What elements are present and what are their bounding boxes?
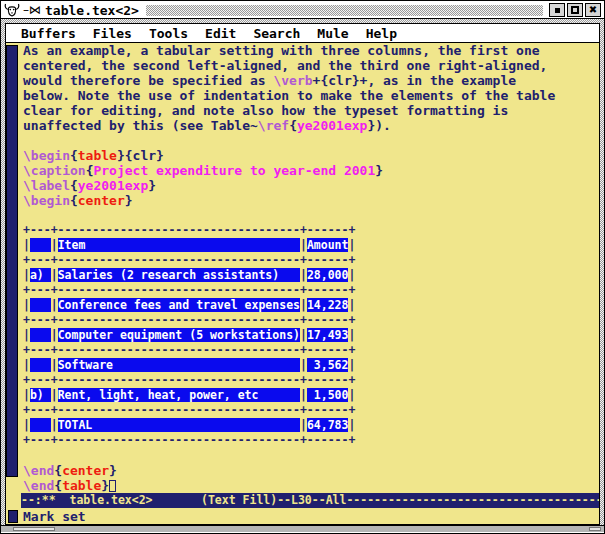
minibuffer-scrollbox bbox=[8, 510, 18, 523]
horizontal-scrollbar[interactable] bbox=[1, 525, 604, 532]
text-segment: \ref bbox=[258, 118, 289, 133]
editor-line bbox=[23, 133, 599, 148]
text-segment: { bbox=[70, 148, 78, 163]
close-button[interactable]: ✖ bbox=[585, 3, 601, 17]
table-cell: 14,228 bbox=[307, 298, 349, 312]
text-segment: | bbox=[51, 418, 58, 432]
editor-line: \label{ye2001exp} bbox=[23, 178, 599, 193]
table-cell bbox=[30, 358, 51, 372]
text-segment: +---+-----------------------------------… bbox=[23, 433, 355, 447]
table-cell: a) bbox=[30, 268, 51, 282]
text-segment: } bbox=[109, 463, 117, 478]
menu-item-files[interactable]: Files bbox=[93, 26, 132, 41]
editor-line: clear for editing, and note also how the… bbox=[23, 103, 599, 118]
menu-item-mule[interactable]: Mule bbox=[317, 26, 348, 41]
table-cell: Rent, light, heat, power, etc bbox=[58, 388, 300, 402]
text-segment: center bbox=[62, 463, 109, 478]
window-title: table.tex<2> bbox=[44, 3, 143, 18]
horizontal-scrollbar-thumb[interactable] bbox=[13, 527, 55, 531]
text-segment: table bbox=[78, 148, 117, 163]
text-segment: | bbox=[23, 238, 30, 252]
editor-line: below. Note the use of indentation to ma… bbox=[23, 88, 599, 103]
editor-lines[interactable]: As an example, a tabular setting with th… bbox=[21, 43, 599, 493]
text-segment: | bbox=[300, 328, 307, 342]
table-cell: Amount bbox=[307, 238, 349, 252]
text-segment: | bbox=[51, 328, 58, 342]
menu-item-search[interactable]: Search bbox=[253, 26, 300, 41]
close-icon: ✖ bbox=[589, 5, 597, 15]
editor-line: \end{center} bbox=[23, 463, 599, 478]
text-segment: | bbox=[51, 298, 58, 312]
editor-line: \begin{table}{clr} bbox=[23, 148, 599, 163]
table-cell: 17,493 bbox=[307, 328, 349, 342]
vertical-scrollbar[interactable] bbox=[6, 43, 21, 508]
editor-line: | |Computer equipment (5 workstations)|1… bbox=[23, 328, 599, 343]
text-segment: | bbox=[348, 238, 355, 252]
table-cell bbox=[30, 298, 51, 312]
text-segment: } bbox=[125, 193, 133, 208]
editor-line bbox=[23, 208, 599, 223]
editor-line: centered, the second left-aligned, and t… bbox=[23, 58, 599, 73]
editor-column: As an example, a tabular setting with th… bbox=[21, 43, 599, 508]
modeline-text: --:** table.tex<2> (Text Fill)--L30--All… bbox=[21, 493, 599, 507]
text-segment: \caption bbox=[23, 163, 86, 178]
text-segment: \begin bbox=[23, 148, 70, 163]
editor-line: unaffected by this (see Table~\ref{ye200… bbox=[23, 118, 599, 133]
text-segment: below. Note the use of indentation to ma… bbox=[23, 88, 555, 103]
menu-item-buffers[interactable]: Buffers bbox=[21, 26, 76, 41]
text-segment: | bbox=[23, 418, 30, 432]
text-segment: { bbox=[54, 463, 62, 478]
menu-item-edit[interactable]: Edit bbox=[205, 26, 236, 41]
text-segment: \end bbox=[23, 478, 54, 493]
text-segment: +{clr}+, as in the example bbox=[313, 73, 517, 88]
text-segment: | bbox=[348, 328, 355, 342]
text-segment: +---+-----------------------------------… bbox=[23, 403, 355, 417]
text-segment: | bbox=[300, 268, 307, 282]
minibuffer[interactable]: Mark set bbox=[6, 508, 599, 524]
editor-line: |a) |Salaries (2 research assistants) |2… bbox=[23, 268, 599, 283]
text-segment: \begin bbox=[23, 193, 70, 208]
gnu-icon bbox=[4, 3, 20, 18]
emacs-window: –⋈ table.tex<2> ✖ BuffersFilesToolsEditS… bbox=[0, 0, 605, 534]
text-segment: } bbox=[101, 478, 109, 493]
text-segment: centered, the second left-aligned, and t… bbox=[23, 58, 547, 73]
editor-line: +---+-----------------------------------… bbox=[23, 313, 599, 328]
titlebar-grip[interactable] bbox=[146, 5, 543, 16]
text-segment: | bbox=[348, 268, 355, 282]
modeline: --:** table.tex<2> (Text Fill)--L30--All… bbox=[21, 493, 599, 508]
text-segment: +---+-----------------------------------… bbox=[23, 313, 355, 327]
table-cell: 1,500 bbox=[307, 388, 349, 402]
editor-line: +---+-----------------------------------… bbox=[23, 223, 599, 238]
editor-line: \caption{Project expenditure to year-end… bbox=[23, 163, 599, 178]
text-segment: \end bbox=[23, 463, 54, 478]
menu-item-tools[interactable]: Tools bbox=[149, 26, 188, 41]
text-segment: | bbox=[300, 418, 307, 432]
text-segment: } bbox=[375, 163, 383, 178]
text-segment: table bbox=[62, 478, 101, 493]
minimize-button[interactable] bbox=[549, 3, 565, 17]
text-segment: { bbox=[70, 178, 78, 193]
text-segment: | bbox=[51, 268, 58, 282]
minimize-icon bbox=[555, 8, 560, 13]
editor-line: +---+-----------------------------------… bbox=[23, 433, 599, 448]
maximize-button[interactable] bbox=[567, 3, 583, 17]
text-segment: Project expenditure to year-end 2001 bbox=[93, 163, 375, 178]
text-segment: | bbox=[300, 238, 307, 252]
titlebar[interactable]: –⋈ table.tex<2> ✖ bbox=[1, 1, 604, 18]
titlebar-buttons: ✖ bbox=[549, 3, 601, 17]
editor-line: \end{table} bbox=[23, 478, 599, 493]
table-cell: Computer equipment (5 workstations) bbox=[58, 328, 300, 342]
table-cell: Conference fees and travel expenses bbox=[58, 298, 300, 312]
table-cell: b) bbox=[30, 388, 51, 402]
text-segment: | bbox=[348, 358, 355, 372]
table-cell: Software bbox=[58, 358, 300, 372]
vertical-scrollbar-thumb[interactable] bbox=[6, 45, 18, 477]
editor-line bbox=[23, 448, 599, 463]
text-segment: }{clr} bbox=[117, 148, 164, 163]
editor-line: would therefore be specified as \verb+{c… bbox=[23, 73, 599, 88]
text-segment: | bbox=[23, 388, 30, 402]
menu-item-help[interactable]: Help bbox=[366, 26, 397, 41]
text-segment: \verb bbox=[273, 73, 312, 88]
text-segment: +---+-----------------------------------… bbox=[23, 343, 355, 357]
editor-line: | |Software | 3,562| bbox=[23, 358, 599, 373]
